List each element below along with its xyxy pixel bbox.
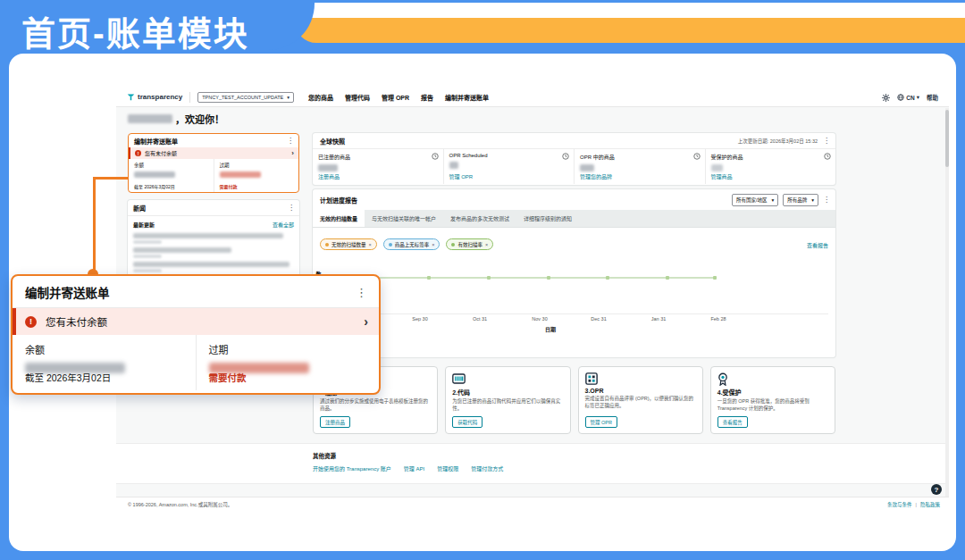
- stat-label: 受保护的商品: [711, 153, 831, 161]
- remove-icon[interactable]: ×: [485, 242, 488, 247]
- register-products-button[interactable]: 注册商品: [320, 416, 350, 428]
- pill-valid-scan-rate[interactable]: 有效扫描率×: [446, 238, 493, 250]
- billing-card-title: 编制并寄送账单: [134, 137, 178, 146]
- account-selector[interactable]: TPNCY_TEST_ACCOUNT_UPDATE ▾: [197, 92, 294, 103]
- locale-selector[interactable]: CN ▾: [897, 94, 919, 101]
- callout-alert-text: 您有未付余额: [46, 314, 355, 329]
- stat-link[interactable]: 管理 OPR: [449, 172, 474, 180]
- tab-multiple-invalid-tests[interactable]: 发布商品的多次无效测试: [443, 210, 516, 227]
- resources-title: 其他资源: [313, 451, 949, 460]
- snapshot-stats: 已注册的商品 注册商品 OPR Scheduled 管理 OPR OPR 中的商…: [313, 149, 835, 184]
- kebab-menu-icon[interactable]: ⋮: [823, 138, 830, 145]
- help-bubble-button[interactable]: ?: [931, 484, 942, 495]
- pill-label: 无效的扫描数量: [331, 241, 366, 248]
- tab-invalid-scan-count[interactable]: 无效的扫描数量: [313, 210, 365, 227]
- manage-opr-button[interactable]: 管理 OPR: [585, 416, 617, 428]
- account-name: TPNCY_TEST_ACCOUNT_UPDATE: [202, 95, 283, 100]
- resource-link-manage-permissions[interactable]: 管理权限: [437, 464, 458, 472]
- x-tick-label: Nov 30: [532, 316, 547, 322]
- callout-header: 编制并寄送账单 ⋮: [13, 276, 379, 308]
- callout-unpaid-alert[interactable]: ! 您有未付余额 ›: [13, 308, 379, 335]
- nav-item-manage-codes[interactable]: 管理代码: [345, 93, 370, 102]
- brand-name: transparency: [138, 93, 182, 101]
- page: 首页-账单模块 transparency TPNCY_TEST_ACCOUNT_…: [0, 0, 965, 560]
- onboarding-steps: 1.注册 通过我们的分步实施或使用电子表格模板注册您的商品。 注册商品 2.代码…: [313, 366, 835, 434]
- globe-icon: [897, 94, 904, 101]
- stat-link[interactable]: 管理商品: [711, 172, 733, 180]
- footer-link-terms[interactable]: 条款与条件: [887, 501, 912, 508]
- kebab-menu-icon[interactable]: ⋮: [823, 196, 830, 204]
- stat-registered-products: 已注册的商品 注册商品: [313, 149, 443, 184]
- callout-title: 编制并寄送账单: [25, 283, 110, 301]
- x-tick-label: Jan 31: [651, 316, 667, 322]
- stat-opr-scheduled: OPR Scheduled 管理 OPR: [443, 149, 575, 184]
- news-item-date-redacted: [133, 255, 162, 258]
- stat-label: OPR 中的商品: [580, 153, 700, 161]
- step-description: 一旦您的 OPR 获得批准，您的商品将受到 Transparency 计划的保护…: [717, 398, 828, 413]
- resource-link-get-started[interactable]: 开始使用您的 Transparency 账户: [313, 464, 391, 472]
- stat-value-redacted: [711, 164, 723, 171]
- chevron-right-icon: ›: [291, 150, 294, 157]
- x-tick-label: Feb 28: [710, 316, 726, 322]
- step-description: 完成设置自有商品评审 (OPR)，以便我们确认您的标签已正确应用。: [585, 396, 696, 410]
- scrollbar-thumb[interactable]: [945, 110, 949, 167]
- resources-links: 开始使用您的 Transparency 账户 管理 API 管理权限 管理付款方…: [313, 464, 949, 472]
- stat-protected-products: 受保护的商品 管理商品: [705, 149, 836, 184]
- global-snapshot-section: 全球快照 上次更新日期: 2026年3月02日 15:32 ⋮ 已注册的商品 注…: [313, 133, 835, 185]
- scrollbar[interactable]: [945, 108, 949, 497]
- progress-header: 计划进度报告 所有国家/地区 ▾ 所有品牌 ▾ ⋮: [313, 189, 835, 210]
- country-filter-select[interactable]: 所有国家/地区 ▾: [732, 194, 778, 206]
- nav-item-billing[interactable]: 编制并寄送账单: [445, 93, 489, 102]
- stat-link[interactable]: 管理您的品牌: [580, 172, 612, 180]
- locale-label: CN: [906, 95, 914, 101]
- chevron-down-icon: ▾: [917, 94, 919, 101]
- news-view-all-link[interactable]: 查看全部: [273, 221, 294, 229]
- badge-icon: [717, 372, 828, 385]
- nav-item-products[interactable]: 您的商品: [308, 93, 333, 102]
- news-item[interactable]: [128, 245, 299, 259]
- remove-icon[interactable]: ×: [369, 242, 372, 247]
- pill-dot-icon: [389, 243, 392, 247]
- view-report-button[interactable]: 查看报告: [717, 416, 748, 428]
- chart-point: [606, 276, 609, 280]
- chevron-down-icon: ▾: [771, 197, 774, 203]
- callout-connector-horizontal: [93, 177, 129, 180]
- transparency-logo-icon: [127, 93, 135, 101]
- callout-as-of-date: 截至 2026年3月02日: [25, 371, 111, 384]
- pill-label: 有效扫描率: [457, 241, 482, 248]
- kebab-menu-icon[interactable]: ⋮: [287, 138, 294, 145]
- chevron-right-icon: ›: [364, 314, 368, 329]
- help-link[interactable]: 帮助: [927, 93, 938, 102]
- news-item[interactable]: [128, 259, 299, 273]
- step-card-protected: 4.受保护 一旦您的 OPR 获得批准，您的商品将受到 Transparency…: [710, 366, 835, 434]
- settings-gear-icon[interactable]: [882, 94, 890, 102]
- pill-label: 商品上无标签率: [395, 241, 430, 248]
- footer-link-privacy[interactable]: 隐私政策: [920, 501, 940, 508]
- stat-link[interactable]: 注册商品: [318, 172, 340, 180]
- footer-links-separator: |: [916, 502, 917, 507]
- resource-link-manage-payment[interactable]: 管理付款方式: [471, 464, 503, 472]
- transparency-logo[interactable]: transparency: [127, 93, 182, 101]
- tab-program-notifications[interactable]: 详细程序级别的通知: [516, 210, 579, 227]
- clock-icon: [432, 153, 439, 160]
- unpaid-balance-alert[interactable]: ! 您有未付余额 ›: [129, 147, 298, 159]
- get-codes-button[interactable]: 获取代码: [452, 416, 482, 428]
- step-title: 2.代码: [452, 388, 563, 397]
- overdue-label: 过期: [220, 162, 294, 169]
- view-report-link[interactable]: 查看报告: [807, 241, 828, 249]
- step-card-opr: 3.OPR 完成设置自有商品评审 (OPR)，以便我们确认您的标签已正确应用。 …: [578, 366, 703, 434]
- x-tick-label: Oct 31: [473, 316, 487, 322]
- pill-invalid-scan-count[interactable]: 无效的扫描数量×: [320, 238, 377, 250]
- kebab-menu-icon[interactable]: ⋮: [288, 205, 295, 212]
- tab-unique-accounts[interactable]: 与无效扫描关联的唯一帐户: [365, 210, 443, 227]
- kebab-menu-icon[interactable]: ⋮: [356, 286, 367, 299]
- nav-item-manage-opr[interactable]: 管理 OPR: [382, 93, 409, 102]
- step-card-codes: 2.代码 为您已注册的商品订购代码并应用它们以确保真实性。 获取代码: [445, 366, 570, 434]
- other-resources-section: 其他资源 开始使用您的 Transparency 账户 管理 API 管理权限 …: [116, 443, 949, 484]
- brand-filter-select[interactable]: 所有品牌 ▾: [783, 194, 818, 206]
- remove-icon[interactable]: ×: [432, 242, 434, 247]
- nav-item-reports[interactable]: 报告: [421, 93, 433, 102]
- news-item[interactable]: [128, 230, 299, 245]
- pill-no-label-rate[interactable]: 商品上无标签率×: [383, 238, 441, 250]
- resource-link-manage-api[interactable]: 管理 API: [404, 464, 424, 472]
